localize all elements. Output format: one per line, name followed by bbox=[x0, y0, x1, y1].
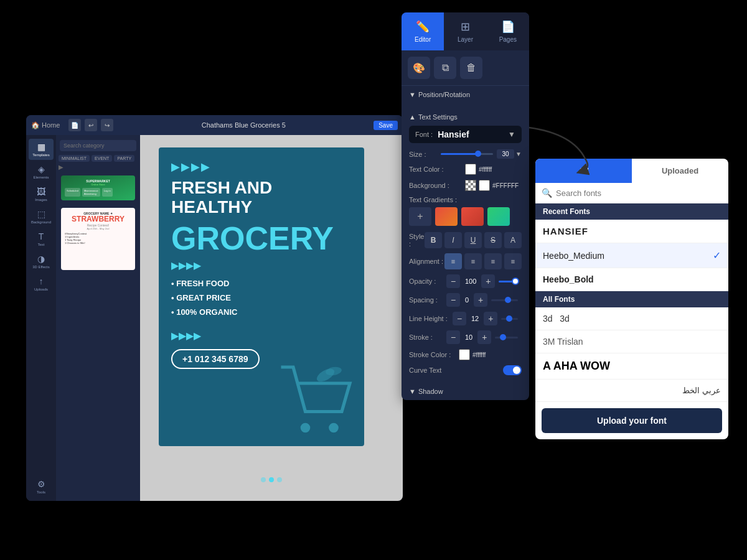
align-left-btn[interactable]: ≡ bbox=[444, 253, 462, 269]
text-settings-section: ▲ Text Settings Font : Hansief ▼ Size : … bbox=[402, 108, 529, 383]
lh-plus[interactable]: + bbox=[484, 312, 497, 325]
text-settings-header[interactable]: ▲ Text Settings bbox=[409, 113, 522, 121]
sidebar-item-templates[interactable]: ▦ Templates bbox=[29, 139, 54, 160]
tab-minimalist[interactable]: MINIMALIST bbox=[59, 155, 90, 162]
font-item-heebo-medium[interactable]: Heebo_Medium ✓ bbox=[535, 243, 728, 268]
fp-tab-uploaded[interactable]: Uploaded bbox=[632, 159, 728, 183]
lh-slider[interactable] bbox=[501, 318, 518, 320]
font-item-3d[interactable]: 3d 3d bbox=[535, 307, 728, 330]
font-item-3m[interactable]: 3M Trislan bbox=[535, 330, 728, 353]
file-icon[interactable]: 📄 bbox=[68, 119, 81, 131]
undo-icon[interactable]: ↩ bbox=[85, 119, 97, 131]
editor-sidebar: ▦ Templates ◈ Elements 🖼 Images ⬚ Backgr… bbox=[26, 135, 56, 501]
opacity-minus[interactable]: − bbox=[446, 274, 460, 288]
filter-action-btn[interactable]: 🎨 bbox=[408, 57, 430, 79]
uploads-icon: ↑ bbox=[39, 276, 44, 286]
sidebar-item-3d[interactable]: ◑ 3D Effects bbox=[29, 251, 54, 272]
sidebar-item-elements[interactable]: ◈ Elements bbox=[29, 161, 54, 182]
opacity-plus[interactable]: + bbox=[481, 274, 495, 288]
position-header[interactable]: ▼ Position/Rotation bbox=[409, 91, 522, 98]
stroke-row: Stroke : − 10 + bbox=[409, 330, 522, 344]
curve-text-toggle[interactable] bbox=[503, 365, 522, 375]
lh-thumb bbox=[506, 315, 512, 322]
background-checker[interactable] bbox=[465, 180, 476, 191]
sidebar-item-background[interactable]: ⬚ Background bbox=[29, 206, 54, 227]
align-justify-btn[interactable]: ≡ bbox=[504, 253, 522, 269]
stroke-color-row: Stroke Color : #ffffff bbox=[409, 349, 522, 360]
text-color-swatch[interactable] bbox=[465, 164, 476, 175]
add-gradient-btn[interactable]: + bbox=[409, 207, 431, 226]
svg-point-0 bbox=[301, 423, 311, 433]
gradient-swatch-2[interactable] bbox=[461, 207, 484, 226]
shadow-section[interactable]: ▼ Shadow bbox=[402, 383, 529, 400]
font-item-arabic[interactable]: ﻋﺮﺑﻲ ﺍﻟﺨﻂ bbox=[535, 380, 728, 402]
font-selector[interactable]: Font : Hansief ▼ bbox=[409, 126, 522, 143]
gradient-swatch-3[interactable] bbox=[487, 207, 510, 226]
tab-nav-right[interactable]: ▶ bbox=[59, 164, 63, 170]
tab-editor[interactable]: ✏️ Editor bbox=[402, 12, 444, 50]
background-swatch[interactable] bbox=[479, 180, 490, 191]
font-item-aha[interactable]: A AHA WOW bbox=[535, 353, 728, 380]
sidebar-item-tools[interactable]: ⚙ Tools bbox=[29, 476, 54, 497]
template-card-1[interactable]: SUPERMARKET Online Store Scheduled Maint… bbox=[61, 175, 135, 200]
spacing-label: Spacing : bbox=[409, 296, 446, 304]
stroke-plus[interactable]: + bbox=[477, 330, 491, 344]
font-aha-name: A AHA WOW bbox=[543, 360, 721, 373]
editor-canvas[interactable]: ▶▶▶▶ FRESH AND HEALTHY GROCERY ▶▶▶▶ • FR… bbox=[140, 135, 403, 501]
tab-party[interactable]: PARTY bbox=[114, 155, 134, 162]
tab-event[interactable]: EVENT bbox=[92, 155, 112, 162]
redo-icon[interactable]: ↪ bbox=[101, 119, 113, 131]
spacing-minus[interactable]: − bbox=[446, 293, 460, 307]
opacity-slider[interactable] bbox=[499, 281, 518, 282]
stroke-minus[interactable]: − bbox=[446, 330, 460, 344]
align-center-btn[interactable]: ≡ bbox=[464, 253, 482, 269]
sidebar-item-text[interactable]: T Text bbox=[29, 228, 54, 250]
allcaps-btn[interactable]: A bbox=[504, 232, 522, 248]
pages-tab-icon: 📄 bbox=[501, 20, 515, 34]
underline-btn[interactable]: U bbox=[464, 232, 482, 248]
text-gradients-section: Text Gradients : + bbox=[409, 196, 522, 226]
sidebar-item-images[interactable]: 🖼 Images bbox=[29, 184, 54, 205]
tab-pages[interactable]: 📄 Pages bbox=[487, 12, 529, 50]
template-search-input[interactable] bbox=[60, 140, 136, 151]
spacing-slider[interactable] bbox=[491, 299, 518, 301]
sidebar-label-images: Images bbox=[35, 198, 47, 202]
curve-text-label: Curve Text bbox=[409, 366, 503, 374]
tc1-item2: MaintenanceAdvertising bbox=[82, 188, 100, 197]
line-height-row: Line Height : − 12 + bbox=[409, 312, 522, 325]
spacing-plus[interactable]: + bbox=[474, 293, 487, 307]
stroke-value: 10 bbox=[460, 334, 477, 341]
font-arabic-name: ﻋﺮﺑﻲ ﺍﻟﺨﻂ bbox=[543, 386, 721, 395]
dot3[interactable] bbox=[277, 477, 282, 482]
bold-btn[interactable]: B bbox=[425, 232, 442, 248]
dot1[interactable] bbox=[261, 477, 266, 482]
italic-btn[interactable]: I bbox=[444, 232, 462, 248]
font-search-input[interactable] bbox=[556, 189, 722, 198]
font-item-heebo-bold[interactable]: Heebo_Bold bbox=[535, 268, 728, 291]
poster-grocery[interactable]: GROCERY bbox=[171, 222, 334, 254]
opacity-label: Opacity : bbox=[409, 278, 446, 285]
lh-minus[interactable]: − bbox=[453, 312, 466, 325]
upload-font-btn[interactable]: Upload your font bbox=[542, 408, 722, 433]
size-dropdown-arrow[interactable]: ▼ bbox=[515, 151, 522, 157]
size-slider[interactable] bbox=[441, 153, 493, 155]
font-picker-panel: All Uploaded 🔍 Recent Fonts HANSIEF Heeb… bbox=[535, 159, 728, 439]
curve-text-row: Curve Text bbox=[409, 365, 522, 375]
stroke-thumb bbox=[500, 334, 506, 340]
align-right-btn[interactable]: ≡ bbox=[484, 253, 502, 269]
tab-layer[interactable]: ⊞ Layer bbox=[444, 12, 486, 50]
dot2[interactable] bbox=[269, 477, 274, 482]
delete-action-btn[interactable]: 🗑 bbox=[460, 57, 482, 79]
copy-action-btn[interactable]: ⧉ bbox=[434, 57, 456, 79]
font-item-hansief[interactable]: HANSIEF bbox=[535, 220, 728, 243]
gradient-swatch-1[interactable] bbox=[435, 207, 458, 226]
save-button[interactable]: Save bbox=[374, 121, 398, 130]
template-panel: MINIMALIST EVENT PARTY ▶ SUPERMARKET Onl… bbox=[56, 135, 140, 501]
strikethrough-btn[interactable]: S bbox=[484, 232, 502, 248]
stroke-slider[interactable] bbox=[495, 337, 518, 338]
sidebar-item-uploads[interactable]: ↑ Uploads bbox=[29, 273, 54, 294]
opacity-value: 100 bbox=[460, 278, 481, 285]
template-card-2[interactable]: GROCERY NAME ✦ STRAWBERRY Recipe Contest… bbox=[61, 208, 135, 270]
stroke-color-swatch[interactable] bbox=[459, 349, 470, 360]
home-link[interactable]: 🏠 Home bbox=[31, 121, 60, 129]
